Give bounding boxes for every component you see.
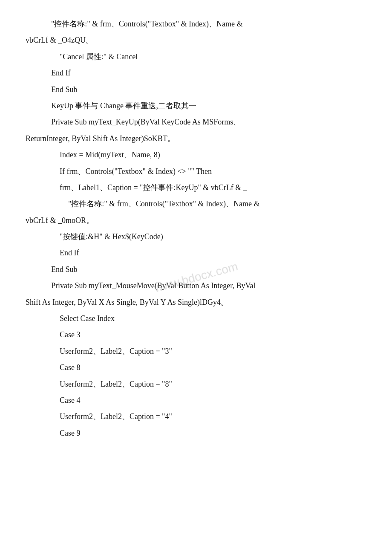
line6: KeyUp 事件与 Change 事件重迭,二者取其一 [26, 99, 366, 113]
line21: Userform2、Label2、Caption = "3" [26, 344, 366, 358]
line2: vbCrLf & _O4zQU。 [26, 33, 366, 47]
line10: If frm、Controls("Textbox" & Index) <> ""… [26, 165, 366, 178]
line24: Case 4 [26, 393, 366, 407]
line17: Private Sub myText_MouseMove(ByVal Butto… [26, 279, 366, 292]
document-content: "控件名称:" & frm、Controls("Textbox" & Index… [26, 17, 366, 440]
line16: End Sub [26, 263, 366, 276]
line3: "Cancel 属性:" & Cancel [26, 50, 366, 64]
line8: ReturnInteger, ByVal Shift As Integer)So… [26, 132, 366, 145]
line15: End If [26, 246, 366, 260]
line26: Case 9 [26, 426, 366, 440]
line12: "控件名称:" & frm、Controls("Textbox" & Index… [26, 197, 366, 211]
line1: "控件名称:" & frm、Controls("Textbox" & Index… [26, 17, 366, 31]
line23: Userform2、Label2、Caption = "8" [26, 377, 366, 391]
line20: Case 3 [26, 328, 366, 341]
line18: Shift As Integer, ByVal X As Single, ByV… [26, 295, 366, 309]
select-case-index: Select Case Index [26, 312, 366, 325]
line7: Private Sub myText_KeyUp(ByVal KeyCode A… [26, 115, 366, 129]
line25: Userform2、Label2、Caption = "4" [26, 410, 366, 423]
line22: Case 8 [26, 361, 366, 374]
line4: End If [26, 66, 366, 80]
line11: frm、Label1、Caption = "控件事件:KeyUp" & vbCr… [26, 181, 366, 194]
line5: End Sub [26, 83, 366, 96]
line13: vbCrLf & _0moOR。 [26, 214, 366, 227]
line14: "按键值:&H" & Hex$(KeyCode) [26, 230, 366, 243]
line9: Index = Mid(myText、Name, 8) [26, 148, 366, 162]
